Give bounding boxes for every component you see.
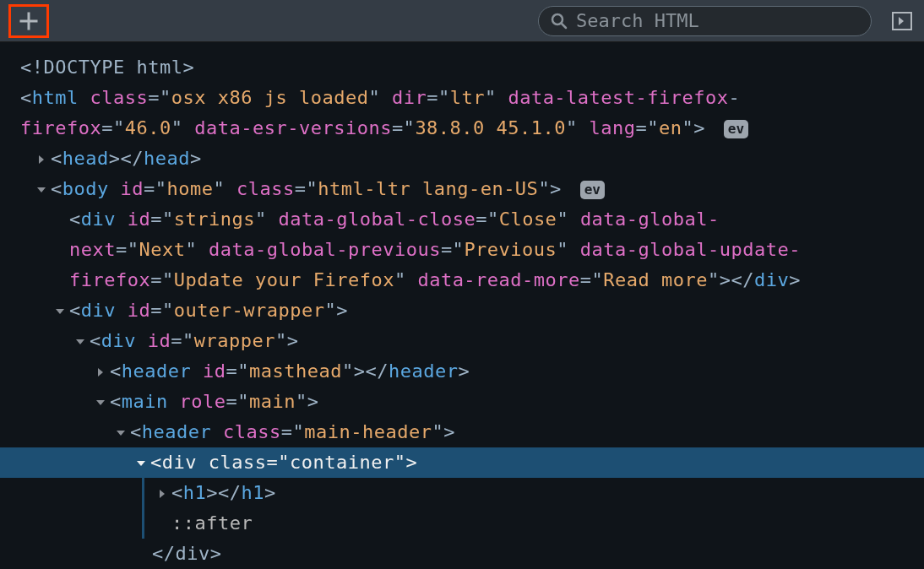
tree-row-pseudo-after[interactable]: ::after	[0, 508, 924, 539]
sidebar-toggle-button[interactable]	[890, 9, 914, 33]
inspector-toolbar	[0, 0, 924, 42]
add-element-button[interactable]	[8, 4, 49, 38]
collapse-toggle-icon[interactable]	[132, 447, 150, 478]
tree-row-strings-div[interactable]: <div id="strings" data-global-close="Clo…	[0, 204, 924, 235]
expand-toggle-icon[interactable]	[153, 478, 171, 508]
tree-row-main-header[interactable]: <header class="main-header">	[0, 417, 924, 447]
svg-line-1	[562, 24, 566, 28]
plus-icon	[19, 12, 38, 30]
event-listener-badge[interactable]: ev	[724, 120, 748, 138]
tree-row-html-wrap[interactable]: firefox="46.0" data-esr-versions="38.8.0…	[0, 113, 924, 144]
tree-row-container-selected[interactable]: <div class="container">	[0, 447, 924, 478]
collapse-toggle-icon[interactable]	[91, 387, 110, 417]
tree-row-head[interactable]: <head></head>	[0, 144, 924, 174]
collapse-toggle-icon[interactable]	[71, 326, 90, 356]
collapse-toggle-icon[interactable]	[111, 417, 130, 447]
toolbar-right-group	[538, 6, 914, 36]
tree-row-close-div[interactable]: </div>	[0, 539, 924, 569]
pseudo-element-text: ::after	[171, 508, 253, 539]
tree-row-masthead[interactable]: <header id="masthead"></header>	[0, 356, 924, 387]
event-listener-badge[interactable]: ev	[580, 181, 605, 199]
collapse-toggle-icon[interactable]	[32, 174, 51, 204]
tree-row-wrapper[interactable]: <div id="wrapper">	[0, 326, 924, 356]
tree-row-main[interactable]: <main role="main">	[0, 387, 924, 417]
closing-tag-text: </div>	[152, 539, 221, 569]
panel-toggle-icon	[891, 10, 913, 32]
tree-row-h1[interactable]: <h1></h1>	[0, 478, 924, 508]
tree-row-doctype[interactable]: <!DOCTYPE html>	[0, 52, 924, 83]
tree-row-html[interactable]: <html class="osx x86 js loaded" dir="ltr…	[0, 83, 924, 113]
search-icon	[551, 13, 568, 30]
search-input[interactable]	[576, 10, 859, 31]
doctype-text: <!DOCTYPE html>	[20, 52, 194, 83]
expand-toggle-icon[interactable]	[32, 144, 51, 174]
tree-row-strings-div-wrap2[interactable]: firefox="Update your Firefox" data-read-…	[0, 265, 924, 295]
expand-toggle-icon[interactable]	[91, 356, 110, 387]
dom-tree: <!DOCTYPE html> <html class="osx x86 js …	[0, 42, 924, 569]
tree-row-body[interactable]: <body id="home" class="html-ltr lang-en-…	[0, 174, 924, 204]
search-box[interactable]	[538, 6, 872, 36]
tree-row-strings-div-wrap1[interactable]: next="Next" data-global-previous="Previo…	[0, 235, 924, 265]
tree-row-outer-wrapper[interactable]: <div id="outer-wrapper">	[0, 295, 924, 326]
collapse-toggle-icon[interactable]	[51, 295, 69, 326]
